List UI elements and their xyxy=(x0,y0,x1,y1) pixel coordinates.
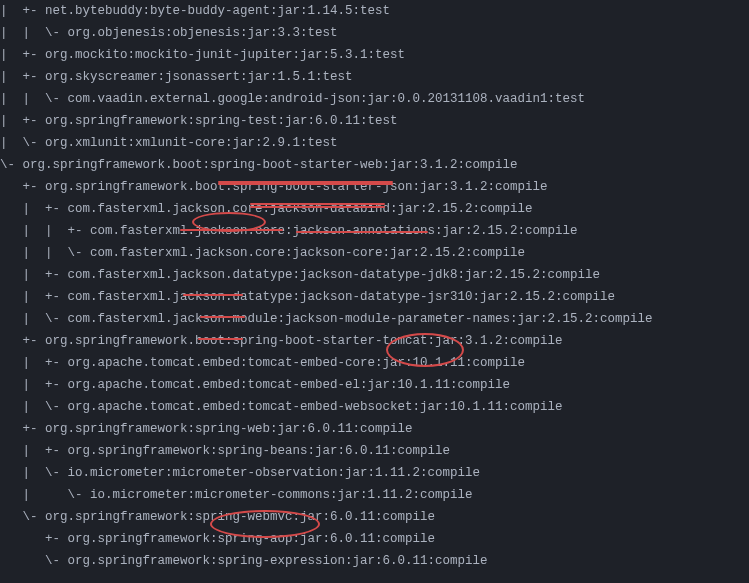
dependency-line: | +- com.fasterxml.jackson.datatype:jack… xyxy=(0,286,749,308)
dependency-line: | \- org.xmlunit:xmlunit-core:jar:2.9.1:… xyxy=(0,132,749,154)
dependency-line: | +- org.mockito:mockito-junit-jupiter:j… xyxy=(0,44,749,66)
dependency-tree-output: | +- net.bytebuddy:byte-buddy-agent:jar:… xyxy=(0,0,749,572)
dependency-line: | +- com.fasterxml.jackson.datatype:jack… xyxy=(0,264,749,286)
dependency-line: +- org.springframework.boot:spring-boot-… xyxy=(0,176,749,198)
dependency-line: \- org.springframework:spring-expression… xyxy=(0,550,749,572)
dependency-line: | \- com.fasterxml.jackson.module:jackso… xyxy=(0,308,749,330)
dependency-line: | \- org.apache.tomcat.embed:tomcat-embe… xyxy=(0,396,749,418)
dependency-line: | +- org.apache.tomcat.embed:tomcat-embe… xyxy=(0,374,749,396)
dependency-line: | \- io.micrometer:micrometer-commons:ja… xyxy=(0,484,749,506)
dependency-line: | | \- com.fasterxml.jackson.core:jackso… xyxy=(0,242,749,264)
dependency-line: | +- com.fasterxml.jackson.core:jackson-… xyxy=(0,198,749,220)
dependency-line: | | \- com.vaadin.external.google:androi… xyxy=(0,88,749,110)
dependency-line: | +- org.apache.tomcat.embed:tomcat-embe… xyxy=(0,352,749,374)
dependency-line: | +- net.bytebuddy:byte-buddy-agent:jar:… xyxy=(0,0,749,22)
dependency-line: | +- org.springframework:spring-test:jar… xyxy=(0,110,749,132)
dependency-line: +- org.springframework.boot:spring-boot-… xyxy=(0,330,749,352)
dependency-line: \- org.springframework.boot:spring-boot-… xyxy=(0,154,749,176)
dependency-line: | \- io.micrometer:micrometer-observatio… xyxy=(0,462,749,484)
dependency-line: \- org.springframework:spring-webmvc:jar… xyxy=(0,506,749,528)
dependency-line: | +- org.skyscreamer:jsonassert:jar:1.5.… xyxy=(0,66,749,88)
dependency-line: +- org.springframework:spring-web:jar:6.… xyxy=(0,418,749,440)
dependency-line: | +- org.springframework:spring-beans:ja… xyxy=(0,440,749,462)
dependency-line: | | +- com.fasterxml.jackson.core:jackso… xyxy=(0,220,749,242)
dependency-line: +- org.springframework:spring-aop:jar:6.… xyxy=(0,528,749,550)
dependency-line: | | \- org.objenesis:objenesis:jar:3.3:t… xyxy=(0,22,749,44)
